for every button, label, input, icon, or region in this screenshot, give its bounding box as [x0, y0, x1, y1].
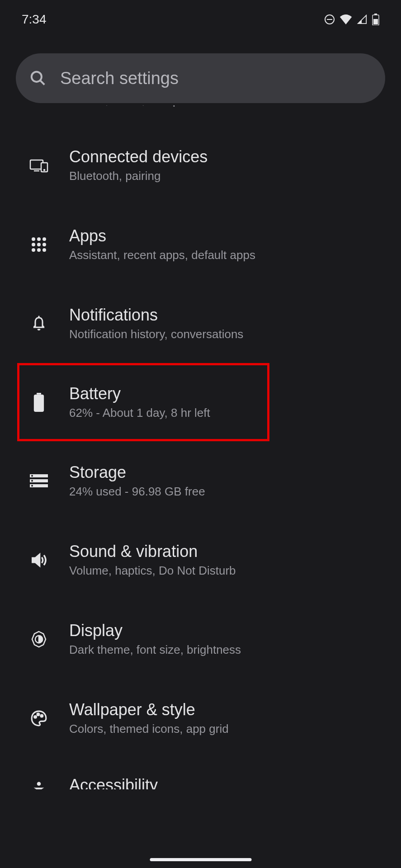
battery-status-icon — [372, 14, 379, 25]
storage-icon — [26, 474, 51, 488]
item-title: Wallpaper & style — [69, 700, 385, 719]
svg-rect-21 — [37, 393, 41, 395]
svg-point-12 — [37, 237, 41, 241]
item-subtitle: 62% - About 1 day, 8 hr left — [69, 406, 251, 420]
connected-devices-icon — [26, 158, 51, 173]
svg-point-26 — [31, 475, 33, 476]
item-text: Wallpaper & style Colors, themed icons, … — [69, 700, 385, 736]
search-container: Search settings — [16, 53, 385, 103]
svg-point-10 — [44, 170, 45, 170]
apps-icon — [26, 237, 51, 252]
svg-point-5 — [32, 72, 42, 82]
status-bar: 7:34 — [0, 0, 401, 31]
palette-icon — [26, 710, 51, 727]
brightness-icon — [26, 630, 51, 648]
item-text: Storage 24% used - 96.98 GB free — [69, 463, 385, 499]
navigation-bar-indicator[interactable] — [150, 858, 251, 861]
search-settings-bar[interactable]: Search settings — [16, 53, 385, 103]
svg-point-19 — [42, 248, 46, 252]
battery-highlight-box: Battery 62% - About 1 day, 8 hr left — [17, 363, 269, 441]
svg-rect-22 — [33, 394, 43, 411]
settings-item-accessibility[interactable]: Accessibility — [0, 758, 401, 789]
item-text: Accessibility — [69, 779, 385, 789]
partial-network-subtitle: Mobile, Wi‑Fi, hotspot — [0, 105, 401, 121]
svg-point-27 — [31, 480, 33, 481]
item-title: Storage — [69, 463, 385, 482]
item-subtitle: Notification history, conversations — [69, 327, 385, 341]
item-text: Battery 62% - About 1 day, 8 hr left — [69, 384, 251, 420]
settings-item-storage[interactable]: Storage 24% used - 96.98 GB free — [0, 441, 401, 520]
item-subtitle: 24% used - 96.98 GB free — [69, 485, 385, 499]
item-subtitle: Volume, haptics, Do Not Disturb — [69, 564, 385, 578]
item-title: Notifications — [69, 306, 385, 325]
settings-item-connected-devices[interactable]: Connected devices Bluetooth, pairing — [0, 126, 401, 205]
item-text: Display Dark theme, font size, brightnes… — [69, 621, 385, 657]
svg-point-33 — [40, 715, 42, 717]
settings-item-sound[interactable]: Sound & vibration Volume, haptics, Do No… — [0, 520, 401, 599]
item-title: Battery — [69, 384, 251, 403]
item-subtitle: Colors, themed icons, app grid — [69, 722, 385, 736]
svg-point-13 — [42, 237, 46, 241]
settings-list: Mobile, Wi‑Fi, hotspot Connected devices… — [0, 108, 401, 789]
item-title: Sound & vibration — [69, 542, 385, 561]
settings-item-battery[interactable]: Battery 62% - About 1 day, 8 hr left — [19, 365, 267, 439]
search-placeholder: Search settings — [60, 69, 179, 88]
svg-point-32 — [37, 713, 39, 715]
item-title: Apps — [69, 226, 385, 245]
item-subtitle: Assistant, recent apps, default apps — [69, 248, 385, 262]
item-text: Apps Assistant, recent apps, default app… — [69, 226, 385, 262]
settings-item-display[interactable]: Display Dark theme, font size, brightnes… — [0, 599, 401, 679]
svg-point-34 — [37, 782, 41, 786]
svg-point-11 — [32, 237, 35, 241]
sound-icon — [26, 552, 51, 569]
status-time: 7:34 — [22, 12, 47, 27]
svg-line-6 — [40, 80, 45, 85]
svg-point-15 — [37, 243, 41, 246]
item-title: Accessibility — [69, 776, 385, 789]
item-text: Notifications Notification history, conv… — [69, 306, 385, 341]
settings-item-notifications[interactable]: Notifications Notification history, conv… — [0, 284, 401, 363]
svg-point-16 — [42, 243, 46, 246]
dnd-icon — [324, 14, 335, 25]
svg-point-18 — [37, 248, 41, 252]
settings-item-apps[interactable]: Apps Assistant, recent apps, default app… — [0, 205, 401, 284]
wifi-icon — [340, 14, 352, 24]
item-title: Connected devices — [69, 147, 385, 166]
accessibility-icon — [26, 779, 51, 789]
cellular-icon — [357, 14, 368, 24]
battery-icon — [26, 393, 51, 412]
svg-rect-4 — [373, 19, 378, 24]
item-title: Display — [69, 621, 385, 640]
status-icons — [324, 14, 379, 25]
svg-point-17 — [32, 248, 35, 252]
svg-point-28 — [31, 485, 33, 486]
settings-item-wallpaper[interactable]: Wallpaper & style Colors, themed icons, … — [0, 679, 401, 758]
svg-point-14 — [32, 243, 35, 246]
item-subtitle: Dark theme, font size, brightness — [69, 643, 385, 657]
search-icon — [29, 70, 47, 87]
svg-point-31 — [34, 716, 36, 718]
item-text: Connected devices Bluetooth, pairing — [69, 147, 385, 183]
item-subtitle: Bluetooth, pairing — [69, 169, 385, 183]
bell-icon — [26, 315, 51, 333]
item-text: Sound & vibration Volume, haptics, Do No… — [69, 542, 385, 578]
